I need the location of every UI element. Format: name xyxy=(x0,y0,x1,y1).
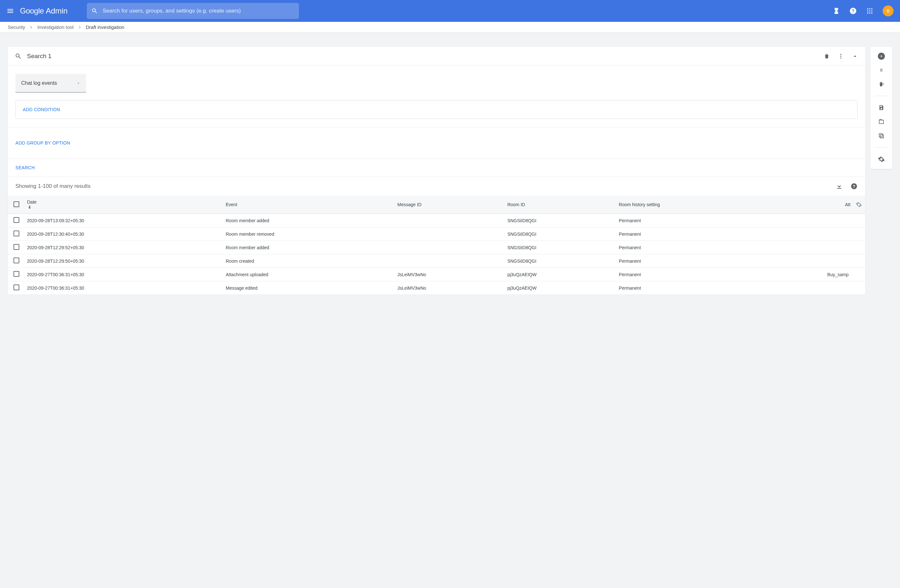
dropdown-icon xyxy=(76,81,80,85)
chevron-right-icon xyxy=(28,25,34,30)
results-summary: Showing 1-100 of many results xyxy=(16,183,828,189)
cell-room-id: SNGSiID8QGI xyxy=(504,254,616,268)
table-row[interactable]: 2020-09-28T12:29:52+05:30 Room member ad… xyxy=(8,241,865,254)
breadcrumb-investigation-tool[interactable]: Investigation tool xyxy=(37,25,74,30)
sort-desc-icon xyxy=(27,204,219,210)
breadcrumb-security[interactable]: Security xyxy=(8,25,25,30)
cell-event: Room created xyxy=(222,254,394,268)
data-source-select[interactable]: Chat log events xyxy=(16,74,86,93)
add-condition-button[interactable]: ADD CONDITION xyxy=(23,107,60,112)
cell-event: Room member added xyxy=(222,214,394,227)
search-card-header: Search 1 xyxy=(8,47,865,65)
svg-point-10 xyxy=(871,12,873,14)
results-table: Date Event Message ID Room ID Room histo… xyxy=(8,196,865,295)
breadcrumb-current: Draft investigation xyxy=(86,25,124,30)
cell-room-id: pj3uQzAEIQW xyxy=(504,281,616,295)
apps-icon[interactable] xyxy=(866,7,874,15)
logo-google: Google xyxy=(20,6,44,15)
avatar[interactable]: B xyxy=(883,5,894,16)
row-checkbox[interactable] xyxy=(14,231,19,236)
svg-point-5 xyxy=(867,10,869,12)
col-att[interactable]: Att xyxy=(764,196,852,214)
row-checkbox[interactable] xyxy=(14,244,19,250)
table-row[interactable]: 2020-09-27T00:36:31+05:30 Attachment upl… xyxy=(8,268,865,281)
col-message-id[interactable]: Message ID xyxy=(394,196,504,214)
cell-date: 2020-09-27T00:36:31+05:30 xyxy=(24,281,222,295)
row-checkbox[interactable] xyxy=(14,271,19,277)
logo-admin: Admin xyxy=(46,6,67,15)
cell-event: Message edited xyxy=(222,281,394,295)
cell-att xyxy=(764,227,852,241)
cell-att xyxy=(764,241,852,254)
svg-rect-18 xyxy=(879,134,882,137)
more-vert-icon[interactable] xyxy=(838,53,844,59)
cell-att: Buy_samp xyxy=(764,268,852,281)
cell-att xyxy=(764,254,852,268)
svg-point-13 xyxy=(840,57,841,59)
cell-date: 2020-09-28T12:29:50+05:30 xyxy=(24,254,222,268)
svg-point-8 xyxy=(867,12,869,14)
logo[interactable]: Google Admin xyxy=(20,6,67,15)
cell-message-id: JsLeiMV3wNo xyxy=(394,281,504,295)
cell-message-id xyxy=(394,254,504,268)
cell-room-history: Permanent xyxy=(616,214,764,227)
column-settings-icon[interactable] xyxy=(856,201,862,208)
cell-message-id xyxy=(394,227,504,241)
col-date[interactable]: Date xyxy=(24,196,222,214)
col-room-id[interactable]: Room ID xyxy=(504,196,616,214)
svg-point-2 xyxy=(867,8,869,9)
cell-att xyxy=(764,214,852,227)
open-icon[interactable] xyxy=(877,118,885,125)
hourglass-icon[interactable] xyxy=(833,7,840,15)
cell-message-id: JsLeiMV3wNo xyxy=(394,268,504,281)
cell-date: 2020-09-28T12:29:52+05:30 xyxy=(24,241,222,254)
svg-point-6 xyxy=(869,10,871,12)
add-group-by-button[interactable]: ADD GROUP BY OPTION xyxy=(16,140,70,145)
cell-room-id: SNGSiID8QGI xyxy=(504,214,616,227)
search-button[interactable]: SEARCH xyxy=(16,165,35,170)
cell-event: Room member removed xyxy=(222,227,394,241)
select-all-checkbox[interactable] xyxy=(14,201,19,207)
global-search-input[interactable] xyxy=(102,8,295,14)
col-room-history[interactable]: Room history setting xyxy=(616,196,764,214)
cell-event: Room member added xyxy=(222,241,394,254)
row-checkbox[interactable] xyxy=(14,285,19,290)
table-row[interactable]: 2020-09-27T00:36:31+05:30 Message edited… xyxy=(8,281,865,295)
table-row[interactable]: 2020-09-28T13:09:32+05:30 Room member ad… xyxy=(8,214,865,227)
cell-room-id: pj3uQzAEIQW xyxy=(504,268,616,281)
clear-icon[interactable] xyxy=(877,80,885,88)
cell-room-history: Permanent xyxy=(616,241,764,254)
breadcrumb: Security Investigation tool Draft invest… xyxy=(0,22,900,33)
download-icon[interactable] xyxy=(836,183,843,190)
cell-room-id: SNGSiID8QGI xyxy=(504,241,616,254)
settings-icon[interactable] xyxy=(877,155,885,163)
row-checkbox[interactable] xyxy=(14,217,19,223)
condition-box: ADD CONDITION xyxy=(16,100,858,119)
row-checkbox[interactable] xyxy=(14,258,19,263)
add-search-button[interactable] xyxy=(878,53,885,60)
save-icon[interactable] xyxy=(877,104,885,111)
global-search[interactable] xyxy=(87,3,299,19)
svg-rect-16 xyxy=(879,120,883,124)
table-row[interactable]: 2020-09-28T12:30:40+05:30 Room member re… xyxy=(8,227,865,241)
svg-point-12 xyxy=(840,56,841,57)
cell-event: Attachment uploaded xyxy=(222,268,394,281)
cell-date: 2020-09-27T00:36:31+05:30 xyxy=(24,268,222,281)
help-icon[interactable]: ? xyxy=(849,7,857,15)
cell-message-id xyxy=(394,214,504,227)
svg-point-9 xyxy=(869,12,871,14)
help-icon[interactable]: ? xyxy=(850,183,858,190)
copy-icon[interactable] xyxy=(877,132,885,140)
menu-icon[interactable] xyxy=(6,7,14,15)
search-card: Search 1 Chat log events ADD CONDITION xyxy=(8,47,865,295)
collapse-all-icon[interactable] xyxy=(877,66,885,74)
app-header: Google Admin ? B xyxy=(0,0,900,22)
delete-icon[interactable] xyxy=(824,53,830,59)
table-row[interactable]: 2020-09-28T12:29:50+05:30 Room created S… xyxy=(8,254,865,268)
col-event[interactable]: Event xyxy=(222,196,394,214)
action-rail xyxy=(871,47,892,169)
cell-date: 2020-09-28T12:30:40+05:30 xyxy=(24,227,222,241)
svg-point-3 xyxy=(869,8,871,9)
svg-text:?: ? xyxy=(853,184,855,189)
collapse-icon[interactable] xyxy=(852,53,858,59)
